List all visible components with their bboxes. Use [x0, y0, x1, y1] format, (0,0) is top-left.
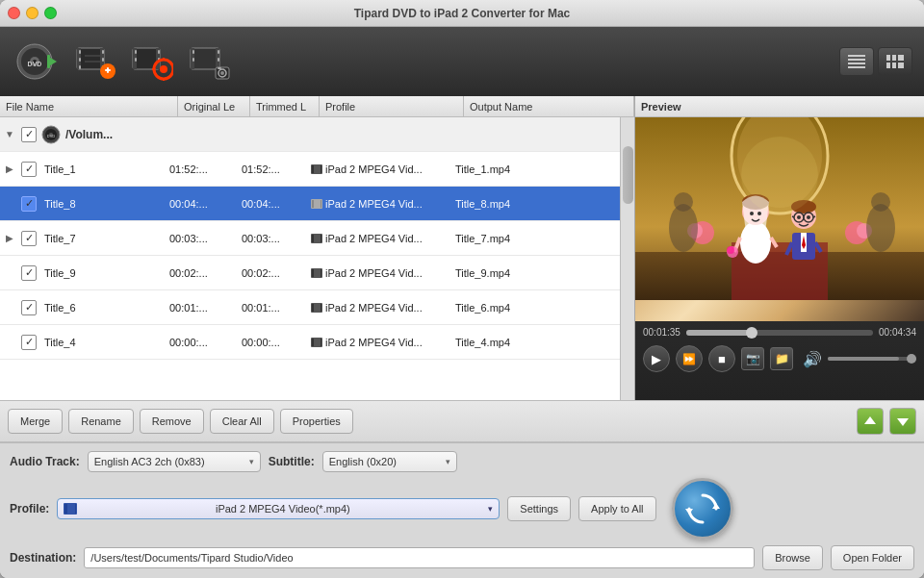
scrollbar[interactable] [620, 117, 634, 400]
table-row[interactable]: ▶ Title_1 01:52:... 01:52:... iPad 2 MPE… [0, 152, 620, 187]
stop-button[interactable]: ■ [708, 345, 735, 372]
row5-checkbox[interactable] [21, 300, 37, 315]
subtitle-label: Subtitle: [269, 455, 315, 468]
move-up-button[interactable] [857, 408, 884, 435]
group-checkbox[interactable] [21, 127, 37, 142]
volume-thumb[interactable] [907, 354, 916, 364]
profile-select[interactable]: iPad 2 MPEG4 Video(*.mp4) ▾ [57, 498, 500, 519]
svg-rect-47 [848, 63, 865, 64]
expand-group-button[interactable]: ▼ [2, 127, 17, 142]
screenshot-button[interactable]: 📷 [741, 347, 764, 370]
minimize-button[interactable] [26, 7, 38, 19]
svg-marker-119 [712, 503, 720, 509]
row6-checkbox[interactable] [21, 335, 37, 350]
rename-button[interactable]: Rename [68, 409, 134, 434]
table-row[interactable]: ▶ Title_7 00:03:... 00:03:... iPad 2 MPE… [0, 221, 620, 256]
svg-marker-114 [864, 416, 876, 424]
table-row[interactable]: Title_4 00:00:... 00:00:... iPad 2 MPEG4… [0, 325, 620, 360]
row6-original: 00:00:... [166, 337, 238, 348]
file-list: ▼ DVD /Volum... [0, 117, 620, 400]
edit-film-button[interactable] [69, 37, 119, 87]
table-row[interactable]: Title_9 00:02:... 00:02:... iPad 2 MPEG4… [0, 256, 620, 290]
traffic-lights [8, 7, 57, 19]
window-title: Tipard DVD to iPad 2 Converter for Mac [354, 7, 571, 20]
table-row[interactable]: Title_6 00:01:... 00:01:... iPad 2 MPEG4… [0, 290, 620, 325]
browse-button[interactable]: Browse [762, 545, 823, 570]
svg-rect-69 [312, 269, 314, 277]
svg-rect-25 [135, 58, 137, 62]
move-down-button[interactable] [889, 408, 916, 435]
dvd-load-button[interactable]: DVD [12, 37, 62, 87]
destination-path: /Users/test/Documents/Tipard Studio/Vide… [84, 547, 755, 568]
table-row[interactable]: Title_8 00:04:... 00:04:... iPad 2 MPEG4… [0, 187, 620, 221]
svg-rect-51 [898, 55, 904, 61]
svg-rect-63 [312, 200, 314, 208]
svg-point-90 [727, 246, 734, 254]
svg-point-113 [741, 137, 818, 214]
col-output-header: Output Name [464, 96, 634, 116]
list-view-button[interactable] [839, 47, 874, 76]
content-area: File Name Original Le Trimmed L Profile … [0, 96, 924, 400]
svg-rect-60 [312, 165, 314, 173]
svg-rect-66 [312, 235, 314, 242]
profile-row: Profile: iPad 2 MPEG4 Video(*.mp4) ▾ Set… [10, 478, 914, 540]
svg-point-112 [871, 192, 890, 212]
row6-filename: Title_4 [40, 337, 166, 348]
svg-rect-11 [79, 58, 81, 62]
folder-button[interactable]: 📁 [770, 347, 793, 370]
settings-panel: Audio Track: English AC3 2ch (0x83) ▾ Su… [0, 442, 924, 578]
svg-point-110 [674, 192, 693, 212]
row2-filename: Title_8 [40, 198, 166, 210]
play-button[interactable]: ▶ [643, 345, 670, 372]
svg-point-102 [807, 215, 810, 219]
volume-slider[interactable] [828, 357, 916, 361]
zoom-button[interactable] [44, 7, 57, 19]
svg-rect-37 [192, 50, 194, 54]
row4-checkbox[interactable] [21, 265, 37, 281]
preview-controls: 00:01:35 00:04:34 ▶ ⏩ ■ 📷 📁 🔊 [635, 321, 924, 400]
preview-video [635, 117, 924, 321]
apply-to-all-button[interactable]: Apply to All [578, 496, 655, 521]
properties-button[interactable]: Properties [280, 409, 353, 434]
settings-button[interactable]: Settings [507, 496, 571, 521]
close-button[interactable] [8, 7, 20, 19]
snapshot-button[interactable] [185, 37, 235, 87]
forward-button[interactable]: ⏩ [676, 345, 703, 372]
row3-checkbox[interactable] [21, 231, 37, 246]
convert-button[interactable] [672, 478, 733, 540]
row6-output: Title_4.mp4 [451, 337, 620, 348]
progress-thumb[interactable] [746, 327, 757, 339]
row2-profile: iPad 2 MPEG4 Vid... [307, 198, 451, 210]
group-row[interactable]: ▼ DVD /Volum... [0, 117, 620, 152]
row3-output: Title_7.mp4 [451, 233, 620, 244]
expand-row1-button[interactable]: ▶ [2, 162, 17, 177]
row3-filename: Title_7 [40, 233, 166, 244]
svg-rect-117 [64, 504, 67, 514]
edit-effect-button[interactable] [127, 37, 177, 87]
svg-rect-6 [47, 55, 50, 68]
svg-rect-45 [848, 55, 865, 57]
audio-track-arrow: ▾ [249, 457, 254, 466]
expand-row2-button[interactable] [2, 196, 17, 212]
scroll-thumb[interactable] [623, 146, 633, 204]
svg-rect-53 [892, 63, 896, 68]
svg-rect-72 [312, 304, 314, 312]
clear-all-button[interactable]: Clear All [210, 409, 274, 434]
expand-row3-button[interactable]: ▶ [2, 231, 17, 246]
bottom-toolbar: Merge Rename Remove Clear All Properties [0, 400, 924, 442]
open-folder-button[interactable]: Open Folder [831, 545, 914, 570]
progress-bar[interactable] [686, 330, 873, 336]
row1-checkbox[interactable] [21, 162, 37, 177]
remove-button[interactable]: Remove [140, 409, 204, 434]
audio-track-select[interactable]: English AC3 2ch (0x83) ▾ [88, 451, 261, 472]
titlebar: Tipard DVD to iPad 2 Converter for Mac [0, 0, 924, 27]
merge-button[interactable]: Merge [8, 409, 63, 434]
row2-checkbox[interactable] [21, 196, 37, 212]
svg-rect-13 [102, 50, 104, 54]
subtitle-select[interactable]: English (0x20) ▾ [322, 451, 457, 472]
time-total: 00:04:34 [879, 327, 916, 338]
detail-view-button[interactable] [878, 47, 912, 76]
main-window: Tipard DVD to iPad 2 Converter for Mac D… [0, 0, 924, 578]
row1-trimmed: 01:52:... [238, 163, 307, 175]
row6-trimmed: 00:00:... [238, 337, 307, 348]
